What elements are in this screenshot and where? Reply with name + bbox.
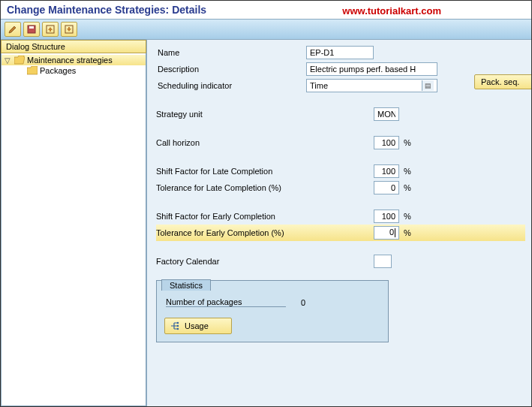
- pct-symbol: %: [404, 212, 411, 221]
- statistics-title: Statistics: [161, 279, 211, 291]
- tree-item-label: Packages: [40, 66, 76, 75]
- pct-symbol: %: [404, 183, 411, 192]
- shift-late-field[interactable]: [374, 164, 399, 178]
- strategy-unit-label: Strategy unit: [156, 110, 374, 119]
- packages-count-value: 0: [301, 298, 305, 307]
- tol-late-field[interactable]: [374, 181, 399, 194]
- toolbar-btn-pencil[interactable]: [5, 22, 21, 37]
- folder-open-icon: [14, 56, 25, 65]
- details-form: Name Description Scheduling indicator Ti…: [147, 40, 531, 406]
- scheduling-indicator-select[interactable]: Time ▤: [306, 79, 437, 92]
- shift-early-field[interactable]: [374, 210, 399, 223]
- usage-button[interactable]: Usage: [164, 318, 232, 334]
- shift-early-label: Shift Factor for Early Completion: [156, 212, 374, 221]
- dropdown-icon[interactable]: ▤: [422, 80, 434, 91]
- call-horizon-field[interactable]: [374, 136, 399, 149]
- factory-calendar-field[interactable]: [374, 255, 392, 268]
- dialog-structure-panel: Dialog Structure ▽ Maintenance strategie…: [1, 40, 147, 406]
- name-field[interactable]: [306, 46, 374, 59]
- tree-toggle-icon[interactable]: ▽: [3, 56, 12, 65]
- tree-header: Dialog Structure: [1, 40, 146, 53]
- toolbar-btn-up[interactable]: [42, 22, 59, 37]
- description-field[interactable]: [306, 62, 437, 76]
- tree-item-maintenance-strategies[interactable]: ▽ Maintenance strategies: [2, 55, 146, 65]
- svg-point-4: [177, 322, 179, 324]
- packages-count-label: Number of packages: [166, 297, 286, 307]
- app-toolbar: [1, 19, 531, 40]
- usage-icon: [170, 321, 180, 331]
- factory-calendar-label: Factory Calendar: [156, 257, 374, 266]
- tol-early-field[interactable]: 0: [374, 226, 399, 240]
- scheduling-indicator-label: Scheduling indicator: [156, 81, 306, 90]
- statistics-box: Statistics Number of packages 0 Usage: [156, 280, 389, 342]
- tol-early-label: Tolerance for Early Completion (%): [156, 228, 374, 237]
- watermark-text: www.tutorialkart.com: [342, 5, 441, 17]
- folder-closed-icon: [27, 66, 38, 75]
- pack-seq-button[interactable]: Pack. seq.: [474, 74, 532, 89]
- page-title: Change Maintenance Strategies: Details: [7, 4, 206, 16]
- shift-late-label: Shift Factor for Late Completion: [156, 167, 374, 176]
- call-horizon-label: Call horizon: [156, 138, 374, 147]
- description-label: Description: [156, 65, 306, 74]
- toolbar-btn-down[interactable]: [61, 22, 77, 37]
- pct-symbol: %: [404, 138, 411, 147]
- tree-item-packages[interactable]: Packages: [2, 65, 146, 76]
- usage-label: Usage: [185, 321, 209, 330]
- name-label: Name: [156, 48, 306, 57]
- strategy-unit-field[interactable]: [374, 107, 399, 121]
- tol-late-label: Tolerance for Late Completion (%): [156, 183, 374, 192]
- pack-seq-label: Pack. seq.: [481, 77, 519, 86]
- pct-symbol: %: [404, 228, 411, 237]
- svg-point-5: [177, 325, 179, 327]
- tree-item-label: Maintenance strategies: [27, 56, 113, 65]
- scheduling-indicator-value: Time: [310, 81, 328, 90]
- svg-rect-1: [29, 26, 34, 29]
- svg-point-6: [177, 328, 179, 330]
- toolbar-btn-save[interactable]: [23, 22, 40, 37]
- pct-symbol: %: [404, 167, 411, 176]
